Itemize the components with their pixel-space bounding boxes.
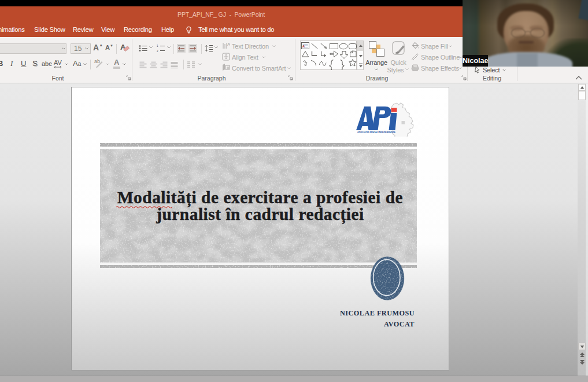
svg-text:2: 2 <box>157 50 158 53</box>
svg-text:A: A <box>227 42 230 47</box>
svg-text:1: 1 <box>157 45 158 47</box>
svg-text:ASOCIATIA PRESEI INDEPENDENTE: ASOCIATIA PRESEI INDEPENDENTE <box>357 130 395 134</box>
svg-text:A: A <box>302 44 305 48</box>
